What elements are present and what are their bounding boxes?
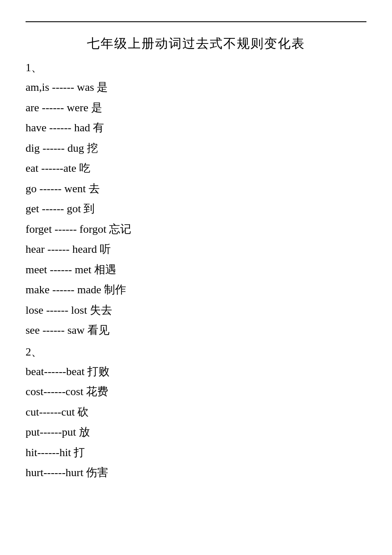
- vocab-item-s2-1: cost------cost 花费: [26, 382, 366, 402]
- vocab-item-s1-3: dig ------ dug 挖: [26, 139, 366, 158]
- vocab-item-s1-8: hear ------ heard 听: [26, 240, 366, 259]
- section2-number: 2、: [26, 344, 366, 359]
- section2-list: beat------beat 打败cost------cost 花费cut---…: [26, 362, 366, 483]
- vocab-item-s1-5: go ------ went 去: [26, 179, 366, 199]
- vocab-item-s1-1: are ------ were 是: [26, 98, 366, 118]
- vocab-item-s1-0: am,is ------ was 是: [26, 78, 366, 97]
- vocab-item-s1-9: meet ------ met 相遇: [26, 260, 366, 280]
- vocab-item-s1-4: eat ------ate 吃: [26, 159, 366, 178]
- section1-number: 1、: [26, 60, 366, 75]
- vocab-item-s2-3: put------put 放: [26, 422, 366, 442]
- vocab-item-s1-10: make ------ made 制作: [26, 280, 366, 300]
- vocab-item-s2-0: beat------beat 打败: [26, 362, 366, 382]
- vocab-item-s2-5: hurt------hurt 伤害: [26, 463, 366, 483]
- top-divider: [26, 21, 366, 22]
- vocab-item-s1-7: forget ------ forgot 忘记: [26, 220, 366, 239]
- vocab-item-s1-12: see ------ saw 看见: [26, 321, 366, 340]
- section1-list: am,is ------ was 是are ------ were 是have …: [26, 78, 366, 340]
- vocab-item-s1-2: have ------ had 有: [26, 118, 366, 138]
- page-title: 七年级上册动词过去式不规则变化表: [26, 35, 366, 52]
- vocab-item-s2-4: hit------hit 打: [26, 443, 366, 462]
- vocab-item-s1-6: get ------ got 到: [26, 199, 366, 219]
- vocab-item-s1-11: lose ------ lost 失去: [26, 301, 366, 320]
- vocab-item-s2-2: cut------cut 砍: [26, 402, 366, 422]
